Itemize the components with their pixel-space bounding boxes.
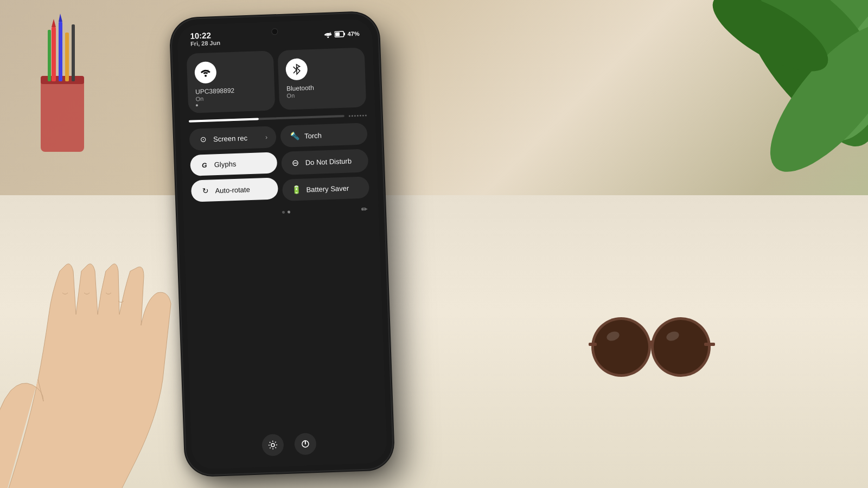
auto-rotate-pill[interactable]: ↻ Auto-rotate — [191, 177, 278, 202]
battery-percent: 47% — [347, 30, 359, 37]
dnd-label: Do Not Disturb — [305, 157, 352, 166]
tiles-row: 5 UPC3898892 On — [187, 47, 367, 113]
bottom-icons — [191, 431, 387, 459]
screen-record-pill[interactable]: ⊙ Screen rec › — [189, 126, 276, 151]
glyphs-icon: G — [199, 161, 210, 169]
svg-point-6 — [702, 0, 839, 86]
svg-text:5: 5 — [207, 69, 209, 73]
brightness-slider[interactable] — [189, 114, 344, 122]
brightness-dot — [360, 115, 361, 117]
wifi-symbol: 5 — [200, 67, 212, 78]
screen-record-icon: ⊙ — [198, 135, 209, 144]
bluetooth-tile[interactable]: Bluetooth On — [278, 47, 367, 110]
svg-point-1 — [797, 0, 868, 135]
svg-rect-13 — [48, 30, 51, 81]
chevron-icon: › — [265, 133, 267, 141]
indicator-dot — [196, 104, 198, 106]
battery-icon — [334, 30, 345, 37]
svg-rect-7 — [41, 76, 84, 152]
svg-rect-28 — [344, 33, 345, 35]
torch-label: Torch — [304, 131, 322, 140]
wifi-icon: 5 — [323, 31, 332, 38]
svg-rect-9 — [52, 27, 56, 81]
bluetooth-tile-icon — [285, 58, 308, 80]
table-surface — [0, 195, 868, 488]
svg-rect-10 — [59, 22, 62, 81]
svg-point-4 — [742, 0, 868, 88]
quick-actions: ⊙ Screen rec › G Glyphs ↻ Auto-rotate — [181, 123, 379, 204]
power-button[interactable] — [294, 433, 316, 455]
phone-wrapper: 10:22 Fri, 28 Jun 5 47% — [171, 13, 393, 476]
svg-marker-14 — [52, 19, 56, 27]
brightness-dot — [365, 114, 367, 116]
glyphs-label: Glyphs — [214, 160, 237, 169]
edit-button[interactable]: ✏ — [361, 204, 368, 213]
settings-button[interactable] — [261, 434, 284, 456]
svg-point-3 — [809, 0, 868, 152]
svg-point-30 — [205, 75, 207, 77]
battery-saver-pill[interactable]: 🔋 Battery Saver — [282, 176, 369, 201]
status-date: Fri, 28 Jun — [190, 40, 220, 47]
status-time: 10:22 — [190, 30, 220, 41]
page-dots — [282, 210, 290, 214]
settings-icon — [268, 440, 278, 451]
actions-right: 🔦 Torch ⊖ Do Not Disturb 🔋 Battery Saver — [280, 123, 369, 201]
status-icons: 5 47% — [323, 30, 359, 37]
spacer — [194, 215, 210, 215]
wifi-tile[interactable]: 5 UPC3898892 On — [187, 50, 276, 113]
svg-point-5 — [749, 4, 868, 191]
bluetooth-symbol — [291, 63, 302, 76]
brightness-dot — [352, 115, 353, 117]
svg-rect-29 — [335, 32, 340, 36]
quick-tiles: 5 UPC3898892 On — [177, 43, 375, 113]
page-dot-2 — [287, 210, 290, 213]
brightness-dot — [354, 115, 356, 117]
brightness-fill — [189, 118, 259, 123]
power-icon — [301, 439, 311, 449]
svg-rect-8 — [41, 76, 84, 84]
pencil-holder — [27, 11, 98, 163]
background-scene — [0, 0, 868, 488]
battery-saver-icon: 🔋 — [291, 185, 302, 195]
wifi-tile-icon: 5 — [194, 61, 216, 84]
brightness-dot — [362, 115, 364, 117]
dnd-pill[interactable]: ⊖ Do Not Disturb — [281, 149, 368, 175]
phone-body: 10:22 Fri, 28 Jun 5 47% — [171, 13, 393, 476]
torch-pill[interactable]: 🔦 Torch — [280, 123, 367, 147]
svg-point-0 — [746, 0, 868, 160]
screen-record-label: Screen rec — [213, 134, 247, 143]
wifi-indicator — [196, 102, 267, 107]
auto-rotate-icon: ↻ — [200, 187, 211, 196]
svg-marker-15 — [59, 14, 62, 22]
svg-point-2 — [721, 0, 868, 144]
phone-screen: 10:22 Fri, 28 Jun 5 47% — [177, 18, 387, 470]
battery-saver-label: Battery Saver — [306, 184, 349, 194]
dnd-icon: ⊖ — [290, 158, 301, 169]
svg-point-32 — [271, 444, 275, 447]
brightness-dot — [357, 115, 359, 117]
glyphs-pill[interactable]: G Glyphs — [190, 152, 277, 176]
brightness-dot — [349, 115, 350, 117]
svg-rect-12 — [72, 24, 75, 81]
page-dot-1 — [282, 210, 284, 213]
svg-rect-11 — [65, 33, 69, 81]
svg-point-25 — [327, 36, 329, 38]
torch-icon: 🔦 — [289, 132, 301, 141]
brightness-dots-right — [349, 113, 367, 117]
auto-rotate-label: Auto-rotate — [215, 185, 250, 195]
actions-left: ⊙ Screen rec › G Glyphs ↻ Auto-rotate — [189, 126, 278, 204]
